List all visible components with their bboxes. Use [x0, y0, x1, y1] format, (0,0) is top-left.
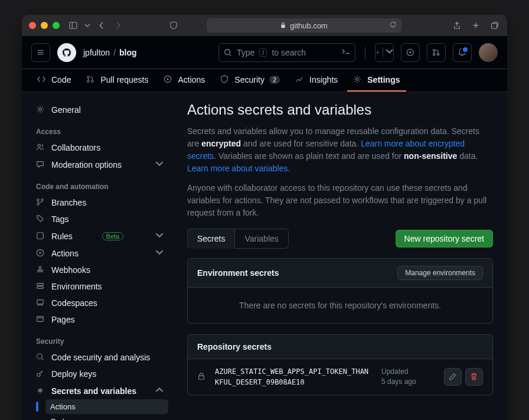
- play-icon: [164, 75, 173, 84]
- sidebar-rules[interactable]: Rules Beta: [31, 227, 168, 245]
- breadcrumb-repo[interactable]: blog: [119, 48, 137, 57]
- svg-rect-2: [282, 24, 285, 28]
- delete-secret-button[interactable]: [465, 368, 483, 386]
- tab-security-label: Security: [234, 75, 264, 84]
- create-new-button[interactable]: [375, 43, 394, 62]
- webhook-icon: [36, 265, 45, 275]
- forward-icon[interactable]: [113, 20, 123, 31]
- svg-point-19: [41, 199, 44, 201]
- breadcrumb: jpfulton / blog: [83, 48, 137, 57]
- sidebar-general[interactable]: General: [31, 102, 168, 118]
- codespaces-icon: [36, 298, 45, 308]
- sidebar-pages[interactable]: Pages: [31, 311, 168, 328]
- git-pull-request-icon: [86, 75, 96, 84]
- sidebar-codespaces[interactable]: Codespaces: [31, 295, 168, 311]
- sidebar-item-label: Secrets and variables: [51, 386, 136, 396]
- tab-settings[interactable]: Settings: [347, 69, 406, 92]
- tab-security[interactable]: Security 2: [214, 69, 286, 92]
- repo-push-icon: [36, 232, 45, 241]
- learn-variables-link[interactable]: Learn more about variables: [187, 164, 288, 173]
- sidebar-tags[interactable]: Tags: [31, 211, 168, 227]
- lock-icon: [280, 22, 286, 30]
- svg-point-18: [37, 203, 40, 206]
- edit-secret-button[interactable]: [444, 368, 462, 386]
- chevron-down-icon[interactable]: [84, 20, 90, 31]
- tab-code-label: Code: [51, 75, 71, 84]
- tab-pull-requests[interactable]: Pull requests: [80, 69, 154, 92]
- issues-button[interactable]: [401, 43, 420, 62]
- browser-icon: [36, 315, 45, 324]
- breadcrumb-owner[interactable]: jpfulton: [83, 48, 110, 57]
- svg-point-30: [37, 354, 43, 359]
- key-icon: [36, 369, 45, 379]
- sidebar-secrets-variables[interactable]: Secrets and variables: [31, 382, 168, 399]
- server-icon: [36, 282, 45, 291]
- tab-insights[interactable]: Insights: [289, 69, 344, 92]
- sidebar-moderation[interactable]: Moderation options: [31, 156, 168, 173]
- sidebar-sub-actions[interactable]: Actions: [45, 399, 168, 414]
- sidebar-heading-access: Access: [31, 118, 168, 139]
- tab-actions[interactable]: Actions: [158, 69, 211, 92]
- svg-point-9: [437, 53, 439, 55]
- window-zoom[interactable]: [53, 22, 60, 29]
- sidebar-item-label: Deploy keys: [51, 369, 96, 379]
- github-header: jpfulton / blog Type / to search: [22, 36, 507, 69]
- sidebar-branches[interactable]: Branches: [31, 194, 168, 211]
- svg-point-25: [39, 266, 41, 269]
- sidebar-sub-codespaces[interactable]: Codespaces: [45, 414, 168, 420]
- sidebar-item-label: Codespaces: [50, 417, 93, 420]
- environment-secrets-empty: There are no secrets for this repository…: [188, 288, 492, 323]
- sidebar-item-label: General: [51, 105, 81, 115]
- sidebar-item-label: Rules: [51, 232, 73, 241]
- sidebar-heading-code: Code and automation: [31, 173, 168, 194]
- chevron-down-icon: [383, 47, 393, 57]
- tabs-icon[interactable]: [489, 20, 500, 31]
- url-bar[interactable]: github.com: [207, 18, 401, 32]
- github-logo[interactable]: [57, 43, 76, 62]
- beta-badge: Beta: [102, 232, 124, 240]
- new-tab-icon[interactable]: [471, 20, 481, 31]
- svg-point-11: [87, 80, 90, 83]
- code-icon: [37, 75, 47, 84]
- window-close[interactable]: [29, 22, 36, 29]
- svg-point-8: [433, 53, 435, 55]
- share-icon[interactable]: [452, 20, 462, 31]
- search-prefix: Type: [237, 48, 254, 57]
- sidebar-collaborators[interactable]: Collaborators: [31, 139, 168, 156]
- svg-rect-28: [37, 300, 44, 304]
- pull-requests-button[interactable]: [427, 43, 446, 62]
- notifications-button[interactable]: [453, 43, 472, 62]
- svg-point-4: [225, 49, 230, 54]
- people-icon: [36, 143, 45, 152]
- tab-secrets[interactable]: Secrets: [187, 229, 235, 249]
- tab-code[interactable]: Code: [31, 69, 77, 92]
- svg-point-10: [87, 76, 90, 79]
- window-minimize[interactable]: [41, 22, 48, 29]
- sidebar-item-label: Moderation options: [51, 160, 122, 170]
- new-repository-secret-button[interactable]: New repository secret: [396, 230, 493, 248]
- svg-point-17: [37, 199, 40, 201]
- shield-icon[interactable]: [168, 20, 179, 31]
- secret-name: AZURE_STATIC_WEB_APPS_API_TOKEN_THANKFUL…: [215, 366, 372, 388]
- tag-icon: [36, 214, 45, 224]
- sidebar-environments[interactable]: Environments: [31, 278, 168, 295]
- hamburger-button[interactable]: [31, 43, 50, 62]
- search-input[interactable]: Type / to search: [218, 43, 355, 62]
- back-icon[interactable]: [96, 20, 107, 31]
- codescan-icon: [36, 353, 45, 362]
- environment-secrets-heading: Environment secrets: [197, 268, 279, 278]
- breadcrumb-separator: /: [113, 48, 116, 57]
- sidebar-code-security[interactable]: Code security and analysis: [31, 349, 168, 366]
- chevron-down-icon: [155, 159, 164, 170]
- user-avatar[interactable]: [479, 43, 498, 62]
- reload-icon[interactable]: [389, 21, 397, 30]
- svg-rect-0: [70, 22, 77, 29]
- sidebar-deploy-keys[interactable]: Deploy keys: [31, 366, 168, 382]
- gear-icon: [36, 105, 45, 115]
- sidebar-actions[interactable]: Actions: [31, 245, 168, 262]
- manage-environments-button[interactable]: Manage environments: [397, 266, 483, 280]
- sidebar-toggle-icon[interactable]: [68, 20, 79, 31]
- svg-point-7: [433, 49, 435, 51]
- tab-variables[interactable]: Variables: [235, 229, 288, 249]
- sidebar-webhooks[interactable]: Webhooks: [31, 262, 168, 278]
